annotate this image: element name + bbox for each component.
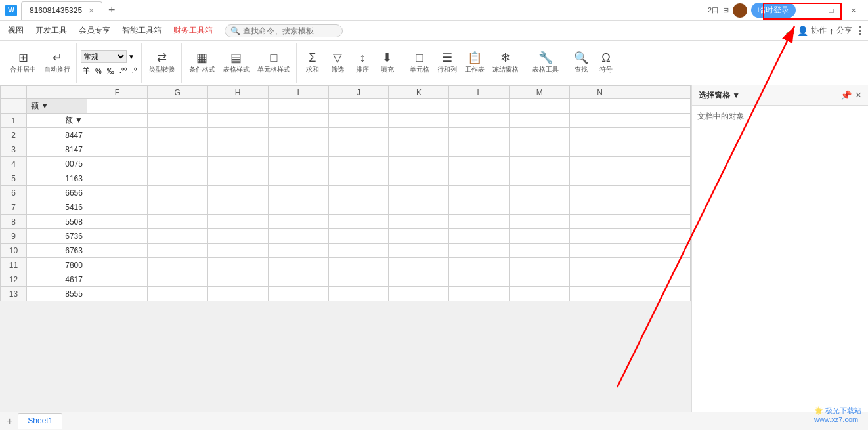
cell-e-value[interactable]: 7800 xyxy=(27,258,87,272)
cell-e-value[interactable]: 5416 xyxy=(27,200,87,215)
cell-empty[interactable] xyxy=(268,244,328,258)
cell-e-header[interactable]: 额 ▼ xyxy=(27,99,87,114)
cell-btn[interactable]: □ 单元格 xyxy=(406,46,433,80)
merge-center-btn[interactable]: ⊞ 合并居中 xyxy=(7,46,39,80)
find-btn[interactable]: 🔍 查找 xyxy=(569,46,593,80)
cell-empty[interactable] xyxy=(207,200,268,215)
cell-empty[interactable] xyxy=(570,215,630,229)
cell-empty[interactable] xyxy=(268,186,328,200)
format-dropdown-icon[interactable]: ▼ xyxy=(128,53,135,60)
cell-empty[interactable] xyxy=(510,157,570,171)
number-format-select[interactable]: 常规 xyxy=(81,50,127,63)
table-style-btn[interactable]: ▤ 表格样式 xyxy=(220,46,253,80)
cell-empty[interactable] xyxy=(328,157,389,171)
cell-empty[interactable] xyxy=(510,215,570,229)
cell-l[interactable] xyxy=(449,99,510,114)
cell-extra[interactable] xyxy=(630,186,691,200)
cell-empty[interactable] xyxy=(449,215,510,229)
cell-extra[interactable] xyxy=(630,157,691,171)
cell-empty[interactable] xyxy=(570,287,630,301)
col-header-g[interactable]: G xyxy=(147,86,207,99)
share-write-label[interactable]: 协作 xyxy=(811,25,827,36)
cell-extra[interactable] xyxy=(630,258,691,272)
col-header-n[interactable]: N xyxy=(570,86,630,99)
cell-empty[interactable] xyxy=(510,171,570,186)
share-icon[interactable]: ↑ xyxy=(829,26,834,36)
cell-empty[interactable] xyxy=(268,157,328,171)
cell-empty[interactable] xyxy=(268,200,328,215)
cell-empty[interactable] xyxy=(207,215,268,229)
cell-extra[interactable] xyxy=(630,142,691,157)
cell-empty[interactable] xyxy=(328,142,389,157)
cell-empty[interactable] xyxy=(147,200,207,215)
cell-empty[interactable] xyxy=(510,229,570,244)
cell-e-value[interactable]: 4617 xyxy=(27,272,87,287)
cell-empty[interactable] xyxy=(87,114,147,128)
cell-e-value[interactable]: 8147 xyxy=(27,142,87,157)
currency-btn[interactable]: 羊 xyxy=(81,65,92,76)
cell-empty[interactable] xyxy=(570,258,630,272)
cell-empty[interactable] xyxy=(268,229,328,244)
cell-empty[interactable] xyxy=(510,200,570,215)
cell-empty[interactable] xyxy=(510,114,570,128)
cell-empty[interactable] xyxy=(87,258,147,272)
cell-empty[interactable] xyxy=(570,114,630,128)
pin-icon[interactable]: 📌 xyxy=(840,90,852,100)
new-tab-btn[interactable]: + xyxy=(104,3,119,18)
cell-empty[interactable] xyxy=(570,186,630,200)
cell-empty[interactable] xyxy=(389,142,449,157)
cell-empty[interactable] xyxy=(147,287,207,301)
cell-h[interactable] xyxy=(207,99,268,114)
cell-empty[interactable] xyxy=(570,229,630,244)
col-header-h[interactable]: H xyxy=(207,86,268,99)
comma-btn[interactable]: ‰ xyxy=(105,66,116,75)
cell-empty[interactable] xyxy=(389,157,449,171)
cell-empty[interactable] xyxy=(207,157,268,171)
cell-empty[interactable] xyxy=(268,272,328,287)
cell-e-value[interactable]: 8447 xyxy=(27,128,87,142)
menu-ai-tools[interactable]: 智能工具箱 xyxy=(117,22,167,39)
cell-empty[interactable] xyxy=(389,272,449,287)
cell-empty[interactable] xyxy=(570,142,630,157)
menu-member[interactable]: 会员专享 xyxy=(74,22,116,39)
cell-empty[interactable] xyxy=(389,186,449,200)
col-header-o[interactable] xyxy=(630,86,691,99)
cell-f[interactable] xyxy=(87,99,147,114)
cell-extra[interactable] xyxy=(630,244,691,258)
cell-empty[interactable] xyxy=(207,272,268,287)
fill-btn[interactable]: ⬇ 填充 xyxy=(376,46,399,80)
cell-empty[interactable] xyxy=(510,128,570,142)
tab-close-btn[interactable]: × xyxy=(89,5,94,16)
cell-empty[interactable] xyxy=(328,229,389,244)
cell-empty[interactable] xyxy=(328,258,389,272)
cell-e-value[interactable]: 0075 xyxy=(27,157,87,171)
share-label[interactable]: 分享 xyxy=(836,25,852,36)
menu-devtools[interactable]: 开发工具 xyxy=(30,22,72,39)
cell-style-btn[interactable]: □ 单元格样式 xyxy=(254,46,293,80)
cell-empty[interactable] xyxy=(207,287,268,301)
cell-empty[interactable] xyxy=(510,258,570,272)
cell-empty[interactable] xyxy=(87,244,147,258)
cell-n[interactable] xyxy=(570,99,630,114)
cell-o[interactable] xyxy=(630,99,691,114)
cell-empty[interactable] xyxy=(147,215,207,229)
cell-empty[interactable] xyxy=(147,114,207,128)
scroll-area[interactable]: F G H I J K L M N xyxy=(0,85,691,412)
worksheet-btn[interactable]: 📋 工作表 xyxy=(462,46,488,80)
cell-empty[interactable] xyxy=(87,272,147,287)
cell-empty[interactable] xyxy=(147,128,207,142)
cell-empty[interactable] xyxy=(389,114,449,128)
cell-empty[interactable] xyxy=(449,200,510,215)
cell-empty[interactable] xyxy=(449,258,510,272)
cell-j[interactable] xyxy=(328,99,389,114)
cell-empty[interactable] xyxy=(389,128,449,142)
cell-extra[interactable] xyxy=(630,171,691,186)
cell-empty[interactable] xyxy=(389,171,449,186)
cell-extra[interactable] xyxy=(630,128,691,142)
minimize-btn[interactable]: — xyxy=(800,4,818,17)
cell-empty[interactable] xyxy=(87,128,147,142)
cell-empty[interactable] xyxy=(268,128,328,142)
col-header-i[interactable]: I xyxy=(268,86,328,99)
cell-empty[interactable] xyxy=(87,287,147,301)
table-tools-btn[interactable]: 🔧 表格工具 xyxy=(529,46,562,80)
